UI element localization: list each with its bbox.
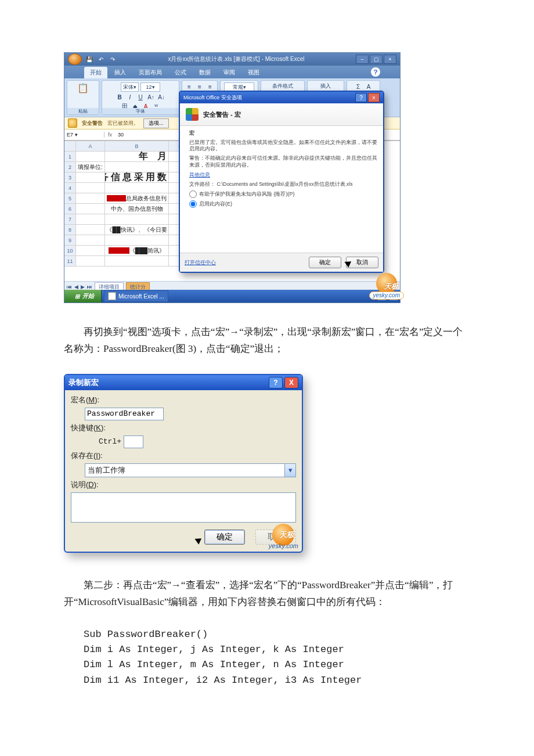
close-button[interactable]: × xyxy=(384,55,396,64)
row-header[interactable]: 10 xyxy=(64,246,76,256)
row-header[interactable]: 11 xyxy=(64,256,76,267)
security-ok-button[interactable]: 确定 xyxy=(309,257,341,268)
column-header[interactable]: A xyxy=(76,141,105,152)
more-info-link[interactable]: 其他信息 xyxy=(189,171,377,179)
fx-icon[interactable]: fx xyxy=(104,132,116,138)
font-size-select[interactable]: 12 ▾ xyxy=(140,82,160,92)
cell[interactable] xyxy=(105,256,169,267)
sheet-nav-last-icon[interactable]: ⏭ xyxy=(87,284,92,290)
row-header[interactable]: 8 xyxy=(64,225,76,235)
cell[interactable]: 总局政务信息刊 xyxy=(105,193,169,204)
sheet-nav-first-icon[interactable]: ⏮ xyxy=(67,284,72,290)
sort-icon[interactable]: A xyxy=(365,82,373,91)
cell[interactable] xyxy=(105,183,169,193)
row-header[interactable]: 3 xyxy=(64,172,76,183)
macro-cancel-button[interactable]: 取消 xyxy=(255,530,296,545)
help-icon[interactable]: ? xyxy=(371,67,380,77)
option-protect[interactable]: 有助于保护我避免未知内容风险 (推荐)(P) xyxy=(189,190,377,198)
align-left-icon[interactable]: ≡ xyxy=(185,82,193,91)
dialog-close-button[interactable]: × xyxy=(368,93,380,102)
macro-dialog-titlebar: 录制新宏 ? X xyxy=(65,375,302,390)
tab-view[interactable]: 视图 xyxy=(242,67,265,78)
cell[interactable] xyxy=(76,225,105,235)
store-in-select[interactable]: 当前工作簿 ▾ xyxy=(85,463,296,477)
macro-close-button[interactable]: X xyxy=(284,377,298,388)
taskbar-item-excel[interactable]: Microsoft Excel ... xyxy=(104,290,168,302)
row-header[interactable]: 6 xyxy=(64,204,76,214)
column-header[interactable]: B xyxy=(105,141,169,152)
cell[interactable] xyxy=(105,162,169,172)
tab-review[interactable]: 审阅 xyxy=(218,67,241,78)
row-header[interactable]: 4 xyxy=(64,183,76,193)
cell[interactable] xyxy=(76,214,105,225)
option-enable-radio[interactable] xyxy=(189,200,197,208)
align-center-icon[interactable]: ≡ xyxy=(196,82,204,91)
tab-formulas[interactable]: 公式 xyxy=(169,67,192,78)
maximize-button[interactable]: ▢ xyxy=(370,55,383,64)
shortcut-key-input[interactable] xyxy=(124,435,143,448)
conditional-format-button[interactable]: 条件格式 xyxy=(272,82,293,90)
paste-icon[interactable]: 📋 xyxy=(77,82,89,93)
font-shrink-icon[interactable]: A↓ xyxy=(157,93,165,101)
security-dialog-footer: 打开信任中心 确定 取消 xyxy=(180,253,383,272)
row-header[interactable]: 5 xyxy=(64,193,76,204)
cell[interactable]: 填报单位: xyxy=(76,162,105,172)
cell[interactable] xyxy=(76,172,105,183)
description-textarea[interactable] xyxy=(71,492,296,523)
cell[interactable] xyxy=(105,235,169,246)
dialog-help-button[interactable]: ? xyxy=(355,93,367,102)
font-name-select[interactable]: 宋体 ▾ xyxy=(121,82,139,92)
macro-name-label: 宏名(M): xyxy=(71,395,296,405)
sheet-nav-prev-icon[interactable]: ◀ xyxy=(74,284,78,290)
cell[interactable] xyxy=(76,235,105,246)
autosum-icon[interactable]: Σ xyxy=(354,82,362,91)
cell[interactable] xyxy=(76,204,105,214)
row-header[interactable]: 9 xyxy=(64,235,76,246)
security-section-title: 宏 xyxy=(189,129,377,137)
cell[interactable] xyxy=(105,214,169,225)
cell[interactable]: 《███简讯》 xyxy=(105,246,169,256)
save-icon[interactable]: 💾 xyxy=(85,55,93,63)
sheet-nav-next-icon[interactable]: ▶ xyxy=(81,284,85,290)
tab-insert[interactable]: 插入 xyxy=(109,67,132,78)
row-header[interactable]: 1 xyxy=(64,152,76,162)
cell[interactable] xyxy=(76,183,105,193)
insert-cells-button[interactable]: 插入 xyxy=(320,82,331,90)
start-button[interactable]: ⊞ 开始 xyxy=(64,290,102,303)
cell[interactable]: 中办、国办信息刊物 xyxy=(105,204,169,214)
align-right-icon[interactable]: ≡ xyxy=(206,82,214,91)
window-controls: – ▢ × xyxy=(356,55,396,64)
macro-help-button[interactable]: ? xyxy=(269,377,283,388)
redo-icon[interactable]: ↷ xyxy=(109,55,117,63)
cell[interactable]: 年 月 xyxy=(105,152,169,162)
cell[interactable] xyxy=(76,246,105,256)
italic-icon[interactable]: I xyxy=(126,93,134,101)
font-grow-icon[interactable]: A↑ xyxy=(147,93,155,101)
tab-page-layout[interactable]: 页面布局 xyxy=(133,67,168,78)
file-path-row: 文件路径： C:\Documents and Settings\lls\桌面\x… xyxy=(189,181,377,188)
select-all-corner[interactable] xyxy=(64,141,76,152)
minimize-button[interactable]: – xyxy=(356,55,369,64)
underline-icon[interactable]: U xyxy=(136,93,145,101)
cell[interactable]: 政 务 信 息 采 用 数 xyxy=(105,172,169,183)
row-header[interactable]: 2 xyxy=(64,162,76,172)
macro-name-input[interactable] xyxy=(85,408,164,420)
cell[interactable] xyxy=(76,256,105,267)
record-macro-dialog: 录制新宏 ? X 宏名(M): 快捷键(K): Ctrl+ 保存在(I): xyxy=(64,374,303,553)
tab-home[interactable]: 开始 xyxy=(84,67,107,78)
option-enable[interactable]: 启用此内容(E) xyxy=(189,200,377,208)
bold-icon[interactable]: B xyxy=(116,93,124,101)
cell[interactable] xyxy=(76,152,105,162)
name-box[interactable]: E7 ▾ xyxy=(64,132,104,138)
msgbar-options-button[interactable]: 选项... xyxy=(143,118,169,128)
office-button-icon[interactable] xyxy=(68,53,82,65)
row-header[interactable]: 7 xyxy=(64,214,76,225)
option-protect-radio[interactable] xyxy=(189,190,197,198)
undo-icon[interactable]: ↶ xyxy=(97,55,105,63)
macro-ok-button[interactable]: 确定 xyxy=(204,530,245,545)
cell[interactable]: 《██快讯》、《今日要 xyxy=(105,225,169,235)
cell[interactable] xyxy=(76,193,105,204)
open-trust-center-link[interactable]: 打开信任中心 xyxy=(185,259,216,267)
security-dialog-titlebar: Microsoft Office 安全选项 ? × xyxy=(180,92,383,103)
tab-data[interactable]: 数据 xyxy=(193,67,217,78)
